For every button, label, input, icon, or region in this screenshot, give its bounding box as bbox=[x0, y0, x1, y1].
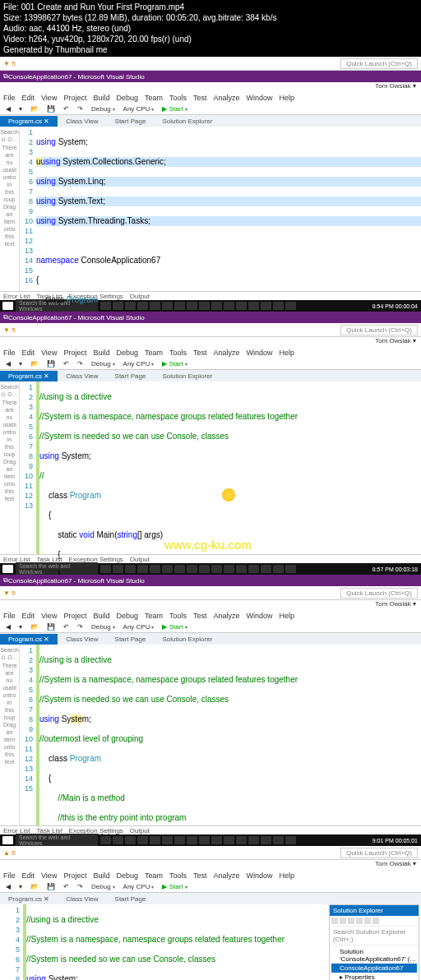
notify-badge[interactable]: ▼ 5 bbox=[3, 60, 16, 67]
menu-edit[interactable]: Edit bbox=[22, 94, 35, 102]
solexp-header: Solution Explorer bbox=[330, 905, 419, 916]
code-editor[interactable]: //using is a directive //System is a nam… bbox=[39, 645, 421, 825]
open-icon[interactable]: 📂 bbox=[28, 105, 41, 113]
tabs[interactable]: Program.cs ✕ Class View Start Page Solut… bbox=[0, 115, 421, 127]
tab-classview[interactable]: Class View bbox=[58, 116, 106, 127]
vs-instance-1: ▼ 5Quick Launch (Ctrl+Q) ⧉ConsoleApplica… bbox=[0, 57, 421, 312]
vs-instance-4: ▲ 5Quick Launch (Ctrl+Q) Tom Owsiak ▾ Fi… bbox=[0, 846, 421, 980]
cursor-highlight bbox=[222, 488, 235, 502]
left-toolbox: Search⊙ O…Therearenousablontrointhisroup… bbox=[0, 127, 20, 291]
windows-icon[interactable] bbox=[2, 302, 13, 310]
menu-build[interactable]: Build bbox=[93, 94, 109, 102]
tab-startpage[interactable]: Start Page bbox=[107, 116, 155, 127]
solexp-tree[interactable]: Solution 'ConsoleApplication67' (… Conso… bbox=[330, 945, 419, 980]
new-icon[interactable]: ▾ bbox=[16, 105, 25, 113]
menu-bar[interactable]: FileEditViewProjectBuildDebugTeamToolsTe… bbox=[0, 92, 421, 104]
solexp-toolbar[interactable] bbox=[330, 916, 419, 927]
start-button[interactable]: ▶ Start▾ bbox=[160, 105, 189, 113]
save-icon[interactable]: 💾 bbox=[44, 105, 58, 113]
tree-solution[interactable]: Solution 'ConsoleApplication67' (… bbox=[331, 947, 417, 964]
left-toolbox: Search⊙ O…Therearenousablontrointhisroup… bbox=[0, 645, 20, 825]
tabs[interactable]: Program.cs ✕ Class View Start Page Solut… bbox=[0, 633, 421, 645]
menu-bar[interactable]: FileEditViewProjectBuildDebugTeamToolsTe… bbox=[0, 347, 421, 358]
tab-program[interactable]: Program.cs ✕ bbox=[0, 371, 58, 381]
toolbar[interactable]: ◀▾📂💾↶↷ Debug▾ Any CPU▾ ▶ Start▾ bbox=[0, 622, 421, 633]
user-bar[interactable]: Tom Owsiak ▾ bbox=[0, 337, 421, 347]
vs-instance-3: ⧉ConsoleApplication67 - Microsoft Visual… bbox=[0, 575, 421, 846]
titlebar: ⧉ConsoleApplication67 - Microsoft Visual… bbox=[0, 71, 421, 82]
menu-test[interactable]: Test bbox=[193, 94, 207, 102]
left-toolbox: Search⊙ O…Therearenousablontrointhisroup… bbox=[0, 381, 20, 554]
platform-anycpu[interactable]: Any CPU▾ bbox=[121, 105, 157, 113]
config-debug[interactable]: Debug▾ bbox=[89, 105, 118, 113]
menu-bar[interactable]: FileEditViewProjectBuildDebugTeamToolsTe… bbox=[0, 610, 421, 622]
video-metadata: File: 001 Create and Run Your First Prog… bbox=[0, 0, 421, 57]
tab-program[interactable]: Program.cs ✕ bbox=[0, 116, 58, 127]
menu-help[interactable]: Help bbox=[280, 94, 295, 102]
titlebar: ⧉ConsoleApplication67 - Microsoft Visual… bbox=[0, 312, 421, 323]
tree-project[interactable]: ConsoleApplication67 bbox=[331, 964, 417, 973]
tree-properties[interactable]: ▸ Properties bbox=[331, 973, 417, 980]
vs-instance-2: ⧉ConsoleApplication67 - Microsoft Visual… bbox=[0, 312, 421, 575]
menu-debug[interactable]: Debug bbox=[116, 94, 138, 102]
line-numbers: 12345678910111213 bbox=[20, 381, 36, 554]
user-bar[interactable]: Tom Owsiak ▾ bbox=[0, 82, 421, 92]
menu-view[interactable]: View bbox=[41, 94, 57, 102]
quick-launch[interactable]: Quick Launch (Ctrl+Q) bbox=[340, 325, 418, 335]
tab-program[interactable]: Program.cs ✕ bbox=[0, 894, 58, 904]
toolbar[interactable]: ◀▾📂💾↶↷ Debug▾ Any CPU▾ ▶ Start▾ bbox=[0, 881, 421, 893]
menu-tools[interactable]: Tools bbox=[169, 94, 187, 102]
solution-explorer[interactable]: Solution Explorer Search Solution Explor… bbox=[329, 904, 419, 980]
quick-launch[interactable]: Quick Launch (Ctrl+Q) bbox=[340, 58, 418, 69]
solexp-search[interactable]: Search Solution Explorer (Ctrl+;) bbox=[330, 927, 419, 945]
line-numbers: 12345678910111213141516 bbox=[20, 127, 36, 291]
toolbar[interactable]: ◀▾📂💾↶↷ Debug▾ Any CPU▾ ▶ Start▾ bbox=[0, 104, 421, 115]
menu-bar[interactable]: FileEditViewProjectBuildDebugTeamToolsTe… bbox=[0, 870, 421, 881]
line-numbers: 123456789101112131415 bbox=[20, 645, 36, 825]
menu-team[interactable]: Team bbox=[145, 94, 163, 102]
code-editor[interactable]: using System; uusing System.Collections.… bbox=[36, 127, 421, 291]
line-numbers: 12345678910111213141516 bbox=[0, 904, 23, 980]
menu-analyze[interactable]: Analyze bbox=[214, 94, 240, 102]
back-icon[interactable]: ◀ bbox=[3, 105, 13, 113]
toolbar[interactable]: ◀▾📂💾↶↷ Debug▾ Any CPU▾ ▶ Start▾ bbox=[0, 358, 421, 370]
tabs[interactable]: Program.cs ✕ Class View Start Page Solut… bbox=[0, 370, 421, 381]
tabs[interactable]: Program.cs ✕ Class View Start Page bbox=[0, 893, 421, 904]
redo-icon[interactable]: ↷ bbox=[75, 105, 86, 113]
menu-project[interactable]: Project bbox=[63, 94, 86, 102]
menu-file[interactable]: File bbox=[3, 94, 16, 102]
undo-icon[interactable]: ↶ bbox=[61, 105, 72, 113]
tab-solexp[interactable]: Solution Explorer bbox=[154, 116, 220, 127]
code-editor[interactable]: //using is a directive //System is a nam… bbox=[39, 381, 421, 554]
menu-window[interactable]: Window bbox=[247, 94, 273, 102]
